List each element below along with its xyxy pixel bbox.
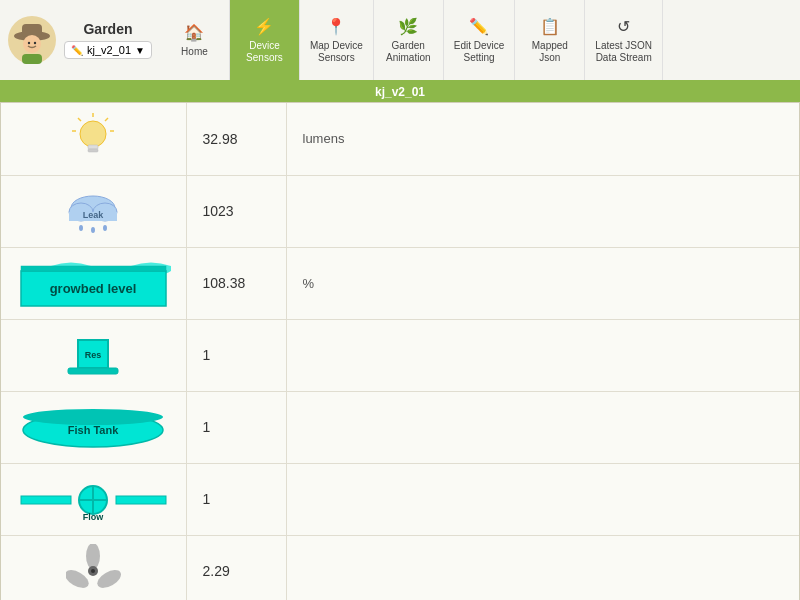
nav-item-device-sensors[interactable]: ⚡ DeviceSensors	[230, 0, 300, 80]
sensor-unit-light: lumens	[286, 103, 799, 175]
table-row: Res 1	[1, 319, 799, 391]
svg-line-8	[78, 118, 81, 121]
device-name: kj_v2_01	[87, 44, 131, 56]
device-edit-icon: ✏️	[71, 45, 83, 56]
sensor-value-fan: 2.29	[186, 535, 286, 600]
svg-text:Leak: Leak	[83, 210, 105, 220]
table-row: growbed level 108.38 %	[1, 247, 799, 319]
svg-point-38	[86, 544, 100, 569]
nav-label-garden-animation: GardenAnimation	[386, 40, 430, 64]
svg-point-39	[66, 566, 92, 591]
nav-label-home: Home	[181, 46, 208, 58]
nav-bar: 🏠 Home ⚡ DeviceSensors 📍 Map DeviceSenso…	[160, 0, 800, 80]
fan-icon	[13, 544, 174, 599]
nav-item-map-device-sensors[interactable]: 📍 Map DeviceSensors	[300, 0, 374, 80]
device-selector[interactable]: ✏️ kj_v2_01 ▼	[64, 41, 152, 59]
svg-point-42	[91, 569, 95, 573]
nav-label-mapped-json: MappedJson	[532, 40, 568, 64]
sensor-icon-cell-reservoir: Res	[1, 319, 186, 391]
nav-item-latest-json[interactable]: ↺ Latest JSONData Stream	[585, 0, 663, 80]
svg-rect-32	[21, 496, 71, 504]
sensor-unit-growbed: %	[286, 247, 799, 319]
flow-icon: Flow	[13, 474, 174, 524]
map-device-icon: 📍	[326, 17, 346, 36]
nav-item-mapped-json[interactable]: 📋 MappedJson	[515, 0, 585, 80]
sensor-value-leak: 1023	[186, 175, 286, 247]
nav-item-garden-animation[interactable]: 🌿 GardenAnimation	[374, 0, 444, 80]
svg-rect-28	[68, 368, 118, 374]
subheader-bar: kj_v2_01	[0, 82, 800, 102]
app-title: Garden	[83, 21, 132, 37]
table-row: 32.98 lumens	[1, 103, 799, 175]
sensor-icon-cell-fishtank: Fish Tank	[1, 391, 186, 463]
latest-json-icon: ↺	[617, 17, 630, 36]
sensor-value-fishtank: 1	[186, 391, 286, 463]
nav-label-map-device-sensors: Map DeviceSensors	[310, 40, 363, 64]
nav-label-device-sensors: DeviceSensors	[246, 40, 283, 64]
svg-point-20	[79, 225, 83, 231]
home-icon: 🏠	[184, 23, 204, 42]
table-row: 2.29	[1, 535, 799, 600]
nav-label-edit-device: Edit DeviceSetting	[454, 40, 505, 64]
edit-device-icon: ✏️	[469, 17, 489, 36]
sensor-unit-flow	[286, 463, 799, 535]
svg-rect-25	[21, 266, 166, 271]
table-row: Fish Tank 1	[1, 391, 799, 463]
sensor-unit-fan	[286, 535, 799, 600]
fish-tank-icon: Fish Tank	[13, 402, 174, 452]
table-row: Leak 1023	[1, 175, 799, 247]
nav-label-latest-json: Latest JSONData Stream	[595, 40, 652, 64]
sensor-value-flow: 1	[186, 463, 286, 535]
light-bulb-icon	[13, 111, 174, 166]
svg-rect-13	[88, 145, 98, 149]
svg-line-9	[105, 118, 108, 121]
svg-point-4	[28, 42, 30, 44]
subheader-title: kj_v2_01	[375, 85, 425, 99]
svg-text:Res: Res	[85, 350, 102, 360]
garden-animation-icon: 🌿	[398, 17, 418, 36]
svg-point-21	[91, 227, 95, 233]
sensor-icon-cell-light	[1, 103, 186, 175]
svg-rect-6	[22, 54, 42, 64]
device-sensors-icon: ⚡	[254, 17, 274, 36]
growbed-level-icon: growbed level	[13, 256, 174, 311]
sensor-icon-cell-leak: Leak	[1, 175, 186, 247]
sensor-icon-cell-growbed: growbed level	[1, 247, 186, 319]
sensor-unit-reservoir	[286, 319, 799, 391]
sensor-table: 32.98 lumens	[1, 103, 799, 600]
svg-point-40	[94, 566, 121, 591]
svg-point-5	[34, 42, 36, 44]
sensor-icon-cell-flow: Flow	[1, 463, 186, 535]
reservoir-icon: Res	[13, 330, 174, 380]
svg-rect-14	[88, 149, 98, 152]
sensor-unit-leak	[286, 175, 799, 247]
svg-point-12	[80, 121, 106, 147]
mapped-json-icon: 📋	[540, 17, 560, 36]
leak-cloud-icon: Leak	[13, 186, 174, 236]
svg-rect-33	[116, 496, 166, 504]
sensor-icon-cell-fan	[1, 535, 186, 600]
header: Garden ✏️ kj_v2_01 ▼ 🏠 Home ⚡ DeviceSens…	[0, 0, 800, 82]
main-content: 32.98 lumens	[0, 102, 800, 600]
dropdown-arrow-icon: ▼	[135, 45, 145, 56]
sensor-unit-fishtank	[286, 391, 799, 463]
brand-section: Garden ✏️ kj_v2_01 ▼	[0, 0, 160, 80]
svg-point-22	[103, 225, 107, 231]
sensor-value-growbed: 108.38	[186, 247, 286, 319]
nav-item-edit-device-setting[interactable]: ✏️ Edit DeviceSetting	[444, 0, 516, 80]
svg-point-3	[23, 35, 41, 53]
avatar	[8, 16, 56, 64]
sensor-value-reservoir: 1	[186, 319, 286, 391]
nav-item-home[interactable]: 🏠 Home	[160, 0, 230, 80]
table-row: Flow 1	[1, 463, 799, 535]
sensor-value-light: 32.98	[186, 103, 286, 175]
svg-point-30	[23, 409, 163, 425]
svg-text:growbed level: growbed level	[49, 281, 136, 296]
svg-text:Fish Tank: Fish Tank	[67, 424, 118, 436]
svg-text:Flow: Flow	[83, 512, 104, 522]
